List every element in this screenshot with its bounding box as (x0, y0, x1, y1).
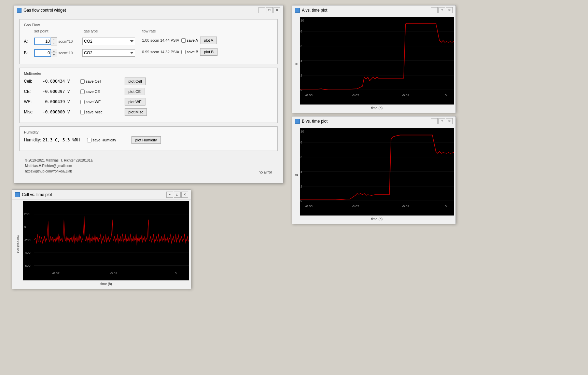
plot-b-titlebar: B vs. time plot − □ ✕ (292, 116, 456, 126)
svg-text:-0.02: -0.02 (52, 271, 60, 275)
plot-cell-area[interactable]: -600 -400 -200 0 200 -0.02 -0.01 0 (23, 201, 189, 280)
humidity-save-label[interactable]: save Humidity (87, 138, 131, 142)
gas-b-unit: sccm*10 (58, 51, 82, 55)
plot-b-minimize[interactable]: − (431, 118, 438, 124)
plot-b-title: B vs. time plot (302, 119, 429, 124)
plot-a-maximize[interactable]: □ (438, 7, 445, 13)
meter-we-save-label[interactable]: save WE (80, 100, 125, 104)
svg-text:0: 0 (300, 88, 302, 92)
plot-a-icon (295, 8, 300, 13)
plot-window-cell: Cell vs. time plot − □ ✕ Cell (x1e-06) (12, 190, 191, 289)
svg-text:-0.03: -0.03 (305, 93, 312, 97)
main-widget-close[interactable]: ✕ (274, 7, 280, 13)
plot-a-area[interactable]: 0 2 4 6 8 10 -0.03 -0.02 -0.01 0 (300, 17, 454, 105)
gas-a-plot-button[interactable]: plot A (200, 37, 217, 44)
gas-b-spinners: ▲ ▼ (51, 49, 57, 57)
gas-a-type[interactable]: CO2N2O2Ar (82, 38, 135, 45)
footer-url: https://github.com/Yohko/EZlab (25, 169, 93, 174)
main-widget-icon (17, 8, 22, 13)
meter-misc-plot-button[interactable]: plot Misc (125, 108, 147, 116)
plot-cell-maximize[interactable]: □ (174, 192, 181, 198)
plot-b-controls: − □ ✕ (431, 118, 453, 124)
svg-text:200: 200 (24, 212, 29, 216)
meter-misc-save-checkbox[interactable] (80, 110, 85, 114)
gas-b-save-label[interactable]: save B (181, 50, 198, 54)
meter-row-cell: Cell: -0.000434 V save Cell plot Cell (24, 78, 273, 85)
gas-a-save-checkbox[interactable] (181, 38, 186, 43)
humidity-name: Humidity: (24, 138, 43, 142)
main-widget-minimize[interactable]: − (258, 7, 265, 13)
meter-row-we: WE: -0.000439 V save WE plot WE (24, 98, 273, 106)
meter-ce-value: -0.000397 V (43, 89, 80, 94)
meter-we-value: -0.000439 V (43, 99, 80, 104)
humidity-plot-button[interactable]: plot Humidity (131, 136, 161, 144)
svg-text:-0.02: -0.02 (352, 93, 359, 97)
svg-text:8: 8 (300, 140, 302, 144)
svg-text:-0.01: -0.01 (110, 271, 117, 275)
plot-b-maximize[interactable]: □ (438, 118, 445, 124)
plot-cell-titlebar: Cell vs. time plot − □ ✕ (12, 190, 191, 199)
humidity-value: 21.3 C, 5.3 %RH (43, 138, 87, 142)
plot-cell-close[interactable]: ✕ (181, 192, 188, 198)
meter-cell-value: -0.000434 V (43, 79, 80, 84)
main-widget-maximize[interactable]: □ (266, 7, 273, 13)
main-widget-titlebar: Gas flow control widget − □ ✕ (14, 5, 283, 15)
svg-text:-0.02: -0.02 (352, 204, 359, 208)
gas-b-down[interactable]: ▼ (51, 53, 57, 57)
gas-row-a: A: ▲ ▼ sccm*10 CO2N2O2Ar 1.00 sccm 14.44… (24, 37, 273, 46)
svg-text:0: 0 (24, 225, 26, 229)
meter-ce-plot-button[interactable]: plot CE (125, 88, 144, 95)
gas-b-plot-button[interactable]: plot B (200, 48, 217, 56)
plot-b-icon (295, 119, 300, 124)
plot-cell-icon (15, 192, 20, 197)
svg-text:2: 2 (300, 184, 302, 188)
gas-a-down[interactable]: ▼ (51, 41, 57, 45)
meter-cell-name: Cell: (24, 79, 43, 84)
multimeter-label: Multimeter (24, 71, 273, 75)
humidity-save-checkbox[interactable] (87, 138, 92, 142)
main-widget: Gas flow control widget − □ ✕ Gas Flow s… (14, 5, 283, 183)
gas-a-unit: sccm*10 (58, 39, 82, 43)
meter-ce-save-checkbox[interactable] (80, 89, 85, 94)
humidity-row: Humidity: 21.3 C, 5.3 %RH save Humidity … (24, 136, 273, 144)
plot-a-titlebar: A vs. time plot − □ ✕ (292, 5, 456, 15)
meter-misc-save-label[interactable]: save Misc (80, 110, 125, 114)
gas-a-flow-row: 1.00 sccm 14.44 PSIA save A plot A (142, 37, 217, 44)
plot-b-close[interactable]: ✕ (446, 118, 453, 124)
gas-a-setpoint[interactable] (34, 38, 51, 45)
main-widget-content: Gas Flow set point gas type flow rate A:… (14, 15, 283, 183)
meter-cell-save-checkbox[interactable] (80, 79, 85, 84)
gas-b-up[interactable]: ▲ (51, 49, 57, 53)
plot-cell-svg: -600 -400 -200 0 200 -0.02 -0.01 0 (23, 201, 189, 280)
meter-misc-name: Misc: (24, 110, 43, 114)
humidity-section: Humidity Humidity: 21.3 C, 5.3 %RH save … (19, 126, 278, 151)
gas-b-flow-row: 0.99 sccm 14.32 PSIA save B plot B (142, 48, 218, 56)
svg-text:0: 0 (445, 93, 447, 97)
plot-a-close[interactable]: ✕ (446, 7, 453, 13)
plot-cell-minimize[interactable]: − (166, 192, 173, 198)
meter-cell-plot-button[interactable]: plot Cell (125, 78, 146, 85)
gas-b-setpoint[interactable] (34, 49, 51, 57)
plot-a-minimize[interactable]: − (431, 7, 438, 13)
meter-we-save-checkbox[interactable] (80, 100, 85, 104)
footer-copyright: © 2019-2021 Matthias H. Richter v2020101… (25, 158, 93, 163)
gas-a-up[interactable]: ▲ (51, 38, 57, 41)
gas-b-type[interactable]: CO2N2O2Ar (82, 49, 135, 57)
svg-text:4: 4 (300, 59, 303, 62)
plot-cell-title: Cell vs. time plot (22, 192, 164, 197)
footer-info: © 2019-2021 Matthias H. Richter v2020101… (25, 158, 93, 174)
gas-a-save-label[interactable]: save A (181, 38, 198, 43)
meter-ce-save-label[interactable]: save CE (80, 89, 125, 94)
gas-b-save-checkbox[interactable] (181, 50, 186, 54)
gas-a-flow-info: 1.00 sccm 14.44 PSIA (142, 38, 179, 42)
meter-cell-save-label[interactable]: save Cell (80, 79, 125, 84)
svg-text:-0.03: -0.03 (305, 204, 312, 208)
flowrate-header: flow rate (142, 29, 156, 33)
svg-text:-0.01: -0.01 (402, 204, 409, 208)
meter-we-plot-button[interactable]: plot WE (125, 98, 145, 106)
humidity-label: Humidity (24, 130, 273, 134)
plot-a-title: A vs. time plot (302, 8, 429, 13)
svg-text:10: 10 (300, 129, 304, 133)
plot-b-area[interactable]: 0 2 4 6 8 10 -0.03 -0.02 -0.01 0 (300, 128, 454, 216)
gas-flow-section: Gas Flow set point gas type flow rate A:… (19, 19, 278, 64)
